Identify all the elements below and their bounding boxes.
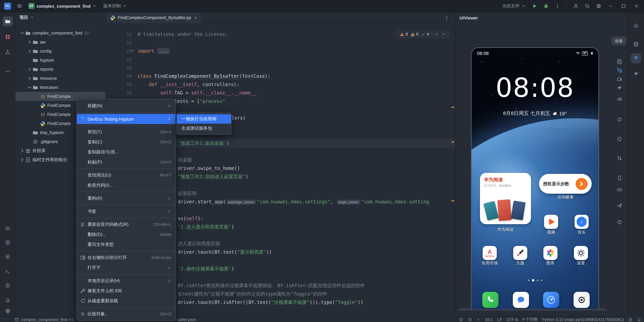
- tab-close-icon[interactable]: ×: [194, 15, 197, 20]
- run-config-widget[interactable]: 当前文件: [500, 2, 528, 10]
- code-line[interactable]: 16: [106, 38, 455, 47]
- tool-notifications-button[interactable]: [3, 295, 13, 305]
- submenu-item-run-current-case[interactable]: 一键执行当前用例: [177, 114, 231, 124]
- maximize-button[interactable]: [618, 1, 629, 11]
- code-line-fragment[interactable]: ss(self):: [178, 214, 203, 223]
- code-line-fragment[interactable]: driver.touch(BY.isAfter((BY.text("注视屏幕不熄…: [178, 298, 363, 307]
- tree-item-hypium[interactable]: hypium: [16, 56, 106, 65]
- device-power-button[interactable]: [614, 115, 624, 124]
- stripe-mark[interactable]: [452, 200, 454, 201]
- code-with-me-button[interactable]: [571, 1, 581, 11]
- menu-item-copy[interactable]: 复制(C)Ctrl+C: [77, 137, 176, 147]
- more-actions-button[interactable]: [552, 1, 562, 11]
- line-number[interactable]: 22: [106, 55, 136, 64]
- menu-item-reload-from-disk[interactable]: 从磁盘重新加载: [77, 296, 176, 306]
- code-line-fragment[interactable]: driver.swipe_to_home(): [178, 164, 240, 173]
- run-button[interactable]: [530, 1, 540, 11]
- line-number[interactable]: 16: [106, 38, 136, 47]
- tool-widgets-button[interactable]: [3, 32, 13, 42]
- minimize-button[interactable]: [605, 1, 616, 11]
- status-history-button[interactable]: [468, 317, 472, 322]
- menu-item-inspect-code[interactable]: 检查代码(I)...: [77, 180, 176, 190]
- menu-item-new[interactable]: 新建(N): [77, 101, 176, 111]
- device-keyboard-button[interactable]: [614, 185, 624, 194]
- menu-item-override-file-type[interactable]: 重写文件类型: [77, 240, 176, 250]
- tool-uiviewer-tool-button[interactable]: [631, 53, 641, 63]
- tool-database-button[interactable]: [631, 39, 641, 49]
- tree-item-config[interactable]: config: [16, 46, 106, 56]
- tree-item-reports[interactable]: reports: [16, 65, 106, 74]
- code-line-fragment[interactable]: 在text属性为"注视不熄屏"的控件之后的type属性为"Toggle"的控件: [178, 290, 327, 298]
- tool-project-button[interactable]: [3, 16, 13, 26]
- code-line-fragment[interactable]: driver.start_app(package_name:"com.huawe…: [178, 198, 429, 206]
- status-caret-position[interactable]: 33:1: [485, 317, 493, 322]
- code-line[interactable]: 23: [106, 64, 455, 72]
- menu-item-open-in[interactable]: 打开于: [77, 263, 176, 273]
- stripe-mark[interactable]: [452, 141, 454, 143]
- device-send-button[interactable]: [614, 201, 624, 210]
- tool-structure-button[interactable]: [3, 47, 13, 57]
- editor-tab[interactable]: FindComplexComponent_ByIsafter.py ×: [106, 12, 201, 23]
- code-line-fragment[interactable]: '1.进入显示和亮度页面'): [178, 223, 234, 231]
- menu-item-paste[interactable]: 粘贴(P)Ctrl+V: [77, 157, 176, 167]
- tool-more-tool-windows-button[interactable]: [3, 66, 13, 76]
- device-volume-button[interactable]: [614, 95, 624, 103]
- status-interpreter[interactable]: Python 3.10 (main.py4109480143175928361): [542, 317, 624, 322]
- tool-notifications-button[interactable]: [631, 20, 641, 30]
- code-line[interactable]: 22: [106, 55, 455, 64]
- menu-item-repair-ide[interactable]: 修复文件上的 IDE: [77, 286, 176, 296]
- close-button[interactable]: [630, 1, 642, 11]
- prev-issue-icon[interactable]: [435, 32, 439, 36]
- code-line-fragment[interactable]: 回桌面: [178, 156, 192, 164]
- status-favorites-button[interactable]: [459, 317, 464, 322]
- tab-options-button[interactable]: [442, 14, 451, 22]
- line-number[interactable]: 24: [106, 72, 136, 80]
- status-read-lock-button[interactable]: [628, 317, 632, 322]
- passed-count[interactable]: 4: [421, 32, 429, 36]
- tree-item-resource[interactable]: resource: [16, 74, 106, 83]
- tree-item-testcases[interactable]: testcases: [16, 83, 106, 92]
- tree-item-root[interactable]: complex_component_findD:\: [16, 28, 106, 37]
- submenu-item-generate-test-package[interactable]: 生成测试服务包: [177, 124, 231, 133]
- code-line-fragment[interactable]: "预置工作2:启动进入设置页面"): [178, 173, 248, 181]
- line-number[interactable]: 26: [106, 89, 136, 97]
- device-info-button[interactable]: [614, 218, 624, 227]
- ide-settings-button[interactable]: [594, 1, 604, 11]
- menu-item-local-history[interactable]: 本地历史记录(H): [77, 276, 176, 286]
- device-screen-mirror[interactable]: 08:08 97 08:08 8月8日周五 七月初五 19° 华为阅读 百万好书…: [471, 47, 599, 309]
- tool-settings-button[interactable]: [3, 306, 13, 316]
- menu-item-cut[interactable]: 剪切(T)Ctrl+X: [77, 127, 176, 137]
- debug-button[interactable]: [541, 1, 551, 11]
- vcs-widget[interactable]: 版本控制: [100, 2, 130, 10]
- menu-item-copy-path[interactable]: 复制路径/引用...: [77, 147, 176, 157]
- tool-ai-assistant-button[interactable]: [631, 69, 641, 79]
- code-line[interactable]: 25 def __init__(self, controllers):: [106, 80, 455, 89]
- code-line[interactable]: 26 self.TAG = self.__class__.__name__: [106, 89, 455, 97]
- project-widget[interactable]: CF complex_component_find: [26, 2, 99, 10]
- stripe-mark[interactable]: [452, 107, 454, 108]
- search-everywhere-button[interactable]: [582, 1, 592, 11]
- tool-python-console-button[interactable]: [3, 224, 13, 234]
- line-number[interactable]: 23: [106, 64, 136, 72]
- device-crop-button[interactable]: [614, 154, 624, 163]
- warnings-count[interactable]: 3: [400, 32, 408, 36]
- app-logo[interactable]: PC: [4, 2, 11, 9]
- code-line-fragment[interactable]: driver.touch(BY.text("显示和亮度")): [178, 248, 272, 256]
- code-line[interactable]: 17import ...: [106, 47, 455, 55]
- menu-item-open-in-right-split[interactable]: 在右侧拆分部分打开Shift+Enter: [77, 253, 176, 263]
- device-home-button[interactable]: [614, 135, 624, 143]
- menu-item-compare-with[interactable]: 比较对象...Ctrl+D: [77, 309, 176, 319]
- breadcrumb[interactable]: complex_component_find > t: [21, 317, 73, 322]
- menu-item-reformat-code[interactable]: 重新设置代码格式(R)Ctrl+Alt+L: [77, 220, 176, 230]
- code-line-fragment[interactable]: 设置应用: [178, 189, 196, 198]
- menu-item-bookmarks[interactable]: 书签: [77, 206, 176, 216]
- device-tab[interactable]: 设备: [612, 36, 626, 45]
- code-line-fragment[interactable]: '2.操作注视屏幕不熄屏'): [178, 265, 234, 273]
- tool-terminal-button[interactable]: [3, 266, 13, 277]
- tool-problems-button[interactable]: [3, 281, 13, 291]
- device-ai-assist-button[interactable]: [614, 83, 624, 92]
- status-notifications-button[interactable]: [637, 317, 641, 322]
- menu-item-deveco-testing-hypium[interactable]: DevEco Testing Hypium: [77, 114, 176, 124]
- line-number[interactable]: 15: [106, 30, 136, 38]
- inspections-widget[interactable]: 3 5 4: [396, 30, 449, 38]
